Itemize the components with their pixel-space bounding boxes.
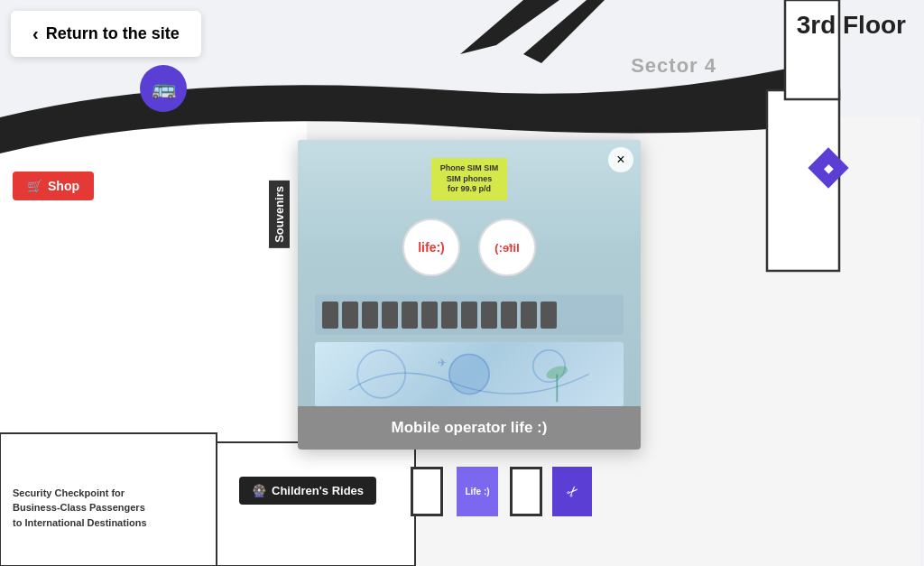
- diamond-glyph: ◆: [824, 161, 834, 175]
- souvenir-label: Souvenirs: [269, 181, 290, 248]
- popup-close-button[interactable]: ×: [608, 147, 633, 172]
- security-checkpoint-text: Security Checkpoint for Business-Class P…: [13, 486, 157, 531]
- popup-caption: Mobile operator life :): [298, 406, 641, 450]
- shop-sign: Phone SIM SIMSIM phonesfor 99.9 p/d: [431, 158, 508, 200]
- popup-panel: × Phone SIM SIMSIM phonesfor 99.9 p/d li…: [298, 140, 641, 450]
- return-label: Return to the site: [46, 24, 180, 43]
- shop-icon: 🛒: [27, 179, 42, 193]
- map-container: ‹ Return to the site 3rd Floor Sector 4 …: [0, 0, 924, 566]
- shop-button[interactable]: 🛒 Shop: [13, 172, 94, 200]
- bus-icon[interactable]: 🚌: [140, 65, 187, 112]
- return-button[interactable]: ‹ Return to the site: [11, 11, 201, 57]
- phone-shelf: [315, 294, 624, 335]
- store4-icon: ✂: [562, 481, 583, 502]
- store-life[interactable]: Life :): [457, 467, 498, 516]
- svg-text:✈: ✈: [438, 357, 447, 369]
- popup-image: Phone SIM SIMSIM phonesfor 99.9 p/d life…: [298, 140, 641, 406]
- chevron-left-icon: ‹: [32, 23, 39, 44]
- sector-label: Sector 4: [631, 54, 716, 78]
- rides-icon: 🎡: [252, 484, 266, 497]
- floor-label: 3rd Floor: [797, 11, 906, 40]
- life-store-label: Life :): [465, 487, 489, 496]
- svg-point-7: [357, 350, 405, 398]
- logo-row: life:) life:): [402, 218, 536, 276]
- shop-label: Shop: [48, 179, 79, 193]
- store-item-4[interactable]: ✂: [552, 467, 592, 516]
- childrens-rides-button[interactable]: 🎡 Children's Rides: [239, 477, 376, 505]
- bus-glyph: 🚌: [152, 77, 176, 100]
- childrens-rides-label: Children's Rides: [272, 484, 364, 497]
- life-logo-1: life:): [402, 218, 460, 276]
- life-logo-2: life:): [478, 218, 536, 276]
- display-pattern: ✈: [315, 342, 624, 406]
- store-item-3[interactable]: [510, 467, 542, 516]
- store-item-1[interactable]: [411, 467, 443, 516]
